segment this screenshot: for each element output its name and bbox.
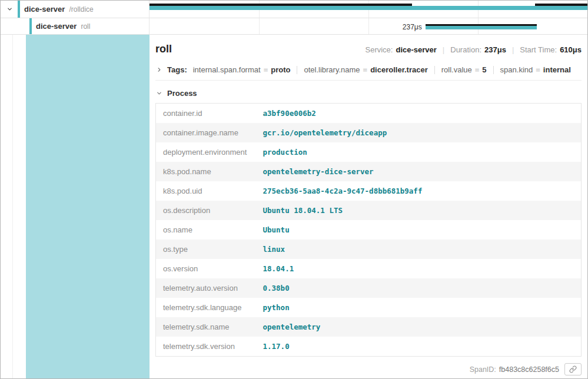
process-key: telemetry.sdk.version: [156, 337, 256, 357]
tag-key: internal.span.format: [193, 65, 261, 74]
span-title: roll: [155, 43, 172, 55]
meta-item: Start Time:610μs: [520, 45, 582, 54]
operation-name: roll: [81, 22, 90, 31]
equals-sign: =: [264, 65, 268, 74]
meta-value: 610μs: [560, 45, 582, 54]
meta-item: Service:dice-server: [366, 45, 437, 54]
process-value: Ubuntu 18.04.1 LTS: [256, 201, 582, 220]
span-id-value: fb483c8c6258f6c5: [499, 365, 559, 374]
process-accordion[interactable]: Process: [155, 89, 582, 98]
equals-sign: =: [475, 65, 480, 74]
process-key: k8s.pod.uid: [156, 181, 256, 201]
link-icon: [569, 365, 577, 373]
equals-sign: =: [363, 65, 368, 74]
tags-header-label: Tags:: [167, 65, 187, 74]
span-timeline-roll[interactable]: 237μs: [150, 18, 587, 34]
process-header-label: Process: [167, 89, 197, 98]
process-key: k8s.pod.name: [156, 162, 256, 181]
tag-separator: [493, 66, 494, 74]
process-value: production: [256, 142, 582, 162]
span-timeline-rolldice[interactable]: [150, 1, 587, 18]
span-link-button[interactable]: [564, 363, 582, 375]
operation-name: /rolldice: [69, 5, 93, 14]
process-row: os.version18.04.1: [156, 259, 582, 278]
tag-key: roll.value: [441, 65, 472, 74]
process-key: os.description: [156, 201, 256, 220]
tags-summary: internal.span.format=protootel.library.n…: [193, 65, 571, 74]
process-value: opentelemetry-dice-server: [256, 162, 582, 181]
jaeger-trace-detail-view: dice-server /rolldice dice-server roll 2…: [0, 0, 588, 379]
process-value: 18.04.1: [256, 259, 582, 278]
tag-item: span.kind=internal: [500, 65, 571, 74]
process-value: python: [256, 298, 582, 317]
indent-gutter: [1, 35, 26, 378]
process-key: os.type: [156, 240, 256, 259]
span-name-column-rolldice[interactable]: dice-server /rolldice: [1, 1, 150, 18]
service-name: dice-server: [24, 5, 65, 14]
process-key: container.image.name: [156, 123, 256, 142]
tag-separator: [297, 66, 297, 74]
tag-item: otel.library.name=diceroller.tracer: [304, 65, 427, 74]
process-key: telemetry.sdk.language: [156, 298, 256, 317]
process-row: os.typelinux: [156, 240, 582, 259]
process-key: telemetry.auto.version: [156, 278, 256, 298]
process-value: opentelemetry: [256, 317, 582, 337]
span-row-roll[interactable]: dice-server roll 237μs: [1, 18, 587, 35]
process-value: Ubuntu: [256, 220, 582, 240]
meta-label: Start Time:: [520, 45, 557, 54]
selected-span-highlight[interactable]: [26, 35, 150, 378]
span-footer: SpanID: fb483c8c6258f6c5: [155, 363, 582, 375]
tag-value: internal: [543, 65, 571, 74]
service-name: dice-server: [36, 22, 77, 31]
span-detail-meta: Service:dice-server|Duration:237μs|Start…: [366, 45, 582, 54]
process-value: 275ecb36-5aa8-4c2a-9c47-d8bb681b9aff: [256, 181, 582, 201]
process-row: k8s.pod.nameopentelemetry-dice-server: [156, 162, 582, 181]
tag-item: roll.value=5: [441, 65, 487, 74]
tags-accordion[interactable]: Tags: internal.span.format=protootel.lib…: [155, 65, 582, 81]
span-bar-rolldice[interactable]: [150, 6, 587, 10]
span-detail-card: roll Service:dice-server|Duration:237μs|…: [155, 43, 582, 379]
meta-separator: |: [443, 45, 444, 54]
process-key: deployment.environment: [156, 142, 256, 162]
span-bar-roll[interactable]: [426, 26, 537, 29]
process-row: container.ida3bf90e006b2: [156, 104, 582, 124]
process-key: os.name: [156, 220, 256, 240]
span-detail-row: roll Service:dice-server|Duration:237μs|…: [1, 35, 587, 378]
meta-item: Duration:237μs: [450, 45, 506, 54]
service-color-bar: [29, 18, 32, 34]
process-value: 1.17.0: [256, 337, 582, 357]
process-value: linux: [256, 240, 582, 259]
equals-sign: =: [536, 65, 540, 74]
meta-separator: |: [512, 45, 514, 54]
process-key: telemetry.sdk.name: [156, 317, 256, 337]
process-row: telemetry.sdk.languagepython: [156, 298, 582, 317]
child-span-marker: [535, 4, 587, 6]
process-row: os.descriptionUbuntu 18.04.1 LTS: [156, 201, 582, 220]
meta-value: dice-server: [396, 45, 436, 54]
process-table: container.ida3bf90e006b2container.image.…: [155, 103, 582, 357]
span-row-rolldice[interactable]: dice-server /rolldice: [1, 1, 587, 18]
span-name-column-roll[interactable]: dice-server roll: [1, 18, 150, 34]
span-id-label: SpanID:: [470, 365, 496, 374]
process-value: gcr.io/opentelemetry/diceapp: [256, 123, 582, 142]
span-duration-label: 237μs: [403, 23, 422, 31]
indent-guide-line: [12, 35, 13, 378]
process-row: os.nameUbuntu: [156, 220, 582, 240]
tag-value: diceroller.tracer: [370, 65, 428, 74]
tag-value: 5: [482, 65, 486, 74]
span-detail-header: roll Service:dice-server|Duration:237μs|…: [155, 43, 582, 55]
meta-label: Duration:: [450, 45, 481, 54]
tag-item: internal.span.format=proto: [193, 65, 291, 74]
chevron-down-icon[interactable]: [155, 89, 163, 97]
process-value: a3bf90e006b2: [256, 104, 582, 124]
process-row: telemetry.sdk.nameopentelemetry: [156, 317, 582, 337]
process-row: telemetry.sdk.version1.17.0: [156, 337, 582, 357]
chevron-right-icon[interactable]: [155, 66, 163, 74]
collapse-children-chevron-icon[interactable]: [5, 5, 14, 14]
process-value: 0.38b0: [256, 278, 582, 298]
process-row: k8s.pod.uid275ecb36-5aa8-4c2a-9c47-d8bb6…: [156, 181, 582, 201]
process-table-body: container.ida3bf90e006b2container.image.…: [156, 104, 582, 357]
process-key: container.id: [156, 104, 256, 124]
process-key: os.version: [156, 259, 256, 278]
tag-key: otel.library.name: [304, 65, 360, 74]
